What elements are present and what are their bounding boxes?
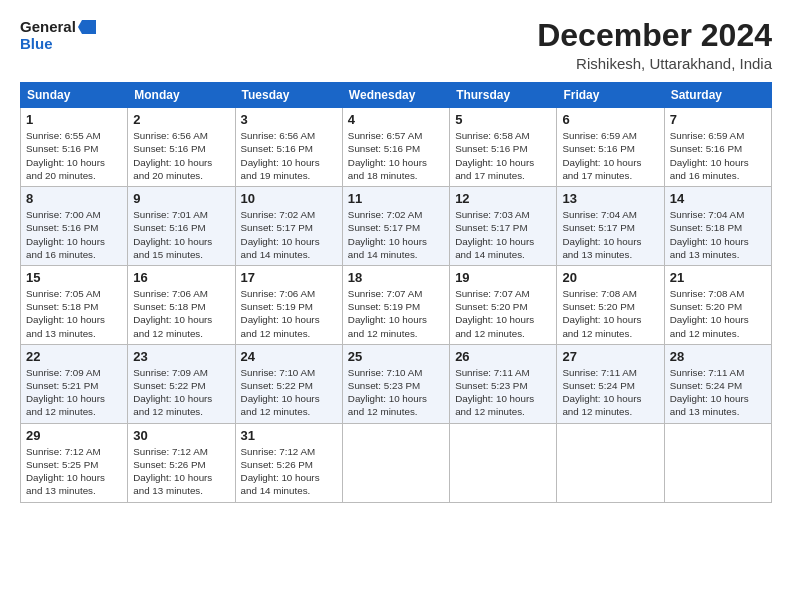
location-title: Rishikesh, Uttarakhand, India <box>537 55 772 72</box>
calendar-cell: 28 Sunrise: 7:11 AMSunset: 5:24 PMDaylig… <box>664 344 771 423</box>
cell-content: Sunrise: 7:08 AMSunset: 5:20 PMDaylight:… <box>670 287 766 340</box>
cell-content: Sunrise: 7:11 AMSunset: 5:24 PMDaylight:… <box>670 366 766 419</box>
cell-content: Sunrise: 7:06 AMSunset: 5:19 PMDaylight:… <box>241 287 337 340</box>
cell-content: Sunrise: 7:07 AMSunset: 5:20 PMDaylight:… <box>455 287 551 340</box>
day-number: 25 <box>348 349 444 364</box>
cell-content: Sunrise: 7:08 AMSunset: 5:20 PMDaylight:… <box>562 287 658 340</box>
calendar-cell: 8 Sunrise: 7:00 AMSunset: 5:16 PMDayligh… <box>21 187 128 266</box>
day-number: 3 <box>241 112 337 127</box>
cell-content: Sunrise: 7:04 AMSunset: 5:17 PMDaylight:… <box>562 208 658 261</box>
day-number: 13 <box>562 191 658 206</box>
logo-blue-text: Blue <box>20 35 53 52</box>
month-title: December 2024 <box>537 18 772 53</box>
calendar-cell <box>664 423 771 502</box>
cell-content: Sunrise: 6:58 AMSunset: 5:16 PMDaylight:… <box>455 129 551 182</box>
logo: General Blue <box>20 18 96 53</box>
header: General Blue December 2024 Rishikesh, Ut… <box>20 18 772 72</box>
calendar-cell: 10 Sunrise: 7:02 AMSunset: 5:17 PMDaylig… <box>235 187 342 266</box>
cell-content: Sunrise: 7:12 AMSunset: 5:25 PMDaylight:… <box>26 445 122 498</box>
day-number: 23 <box>133 349 229 364</box>
calendar-cell <box>557 423 664 502</box>
day-number: 20 <box>562 270 658 285</box>
logo-arrow-icon <box>78 20 96 34</box>
calendar-cell: 25 Sunrise: 7:10 AMSunset: 5:23 PMDaylig… <box>342 344 449 423</box>
weekday-header-tuesday: Tuesday <box>235 83 342 108</box>
day-number: 12 <box>455 191 551 206</box>
title-block: December 2024 Rishikesh, Uttarakhand, In… <box>537 18 772 72</box>
cell-content: Sunrise: 6:57 AMSunset: 5:16 PMDaylight:… <box>348 129 444 182</box>
day-number: 4 <box>348 112 444 127</box>
calendar-cell: 24 Sunrise: 7:10 AMSunset: 5:22 PMDaylig… <box>235 344 342 423</box>
calendar-cell: 4 Sunrise: 6:57 AMSunset: 5:16 PMDayligh… <box>342 108 449 187</box>
cell-content: Sunrise: 7:05 AMSunset: 5:18 PMDaylight:… <box>26 287 122 340</box>
cell-content: Sunrise: 7:12 AMSunset: 5:26 PMDaylight:… <box>133 445 229 498</box>
day-number: 21 <box>670 270 766 285</box>
calendar-cell: 21 Sunrise: 7:08 AMSunset: 5:20 PMDaylig… <box>664 265 771 344</box>
calendar-cell: 20 Sunrise: 7:08 AMSunset: 5:20 PMDaylig… <box>557 265 664 344</box>
cell-content: Sunrise: 6:55 AMSunset: 5:16 PMDaylight:… <box>26 129 122 182</box>
day-number: 10 <box>241 191 337 206</box>
calendar-cell: 23 Sunrise: 7:09 AMSunset: 5:22 PMDaylig… <box>128 344 235 423</box>
weekday-header-sunday: Sunday <box>21 83 128 108</box>
calendar-cell: 14 Sunrise: 7:04 AMSunset: 5:18 PMDaylig… <box>664 187 771 266</box>
calendar-cell: 9 Sunrise: 7:01 AMSunset: 5:16 PMDayligh… <box>128 187 235 266</box>
day-number: 11 <box>348 191 444 206</box>
calendar-cell: 7 Sunrise: 6:59 AMSunset: 5:16 PMDayligh… <box>664 108 771 187</box>
weekday-header-monday: Monday <box>128 83 235 108</box>
calendar-cell: 27 Sunrise: 7:11 AMSunset: 5:24 PMDaylig… <box>557 344 664 423</box>
day-number: 26 <box>455 349 551 364</box>
calendar-cell: 17 Sunrise: 7:06 AMSunset: 5:19 PMDaylig… <box>235 265 342 344</box>
day-number: 14 <box>670 191 766 206</box>
cell-content: Sunrise: 7:07 AMSunset: 5:19 PMDaylight:… <box>348 287 444 340</box>
cell-content: Sunrise: 7:00 AMSunset: 5:16 PMDaylight:… <box>26 208 122 261</box>
calendar-cell: 11 Sunrise: 7:02 AMSunset: 5:17 PMDaylig… <box>342 187 449 266</box>
calendar-table: SundayMondayTuesdayWednesdayThursdayFrid… <box>20 82 772 502</box>
logo-general-text: General <box>20 18 76 35</box>
cell-content: Sunrise: 7:03 AMSunset: 5:17 PMDaylight:… <box>455 208 551 261</box>
calendar-cell: 29 Sunrise: 7:12 AMSunset: 5:25 PMDaylig… <box>21 423 128 502</box>
cell-content: Sunrise: 6:59 AMSunset: 5:16 PMDaylight:… <box>670 129 766 182</box>
calendar-cell: 5 Sunrise: 6:58 AMSunset: 5:16 PMDayligh… <box>450 108 557 187</box>
day-number: 22 <box>26 349 122 364</box>
day-number: 24 <box>241 349 337 364</box>
calendar-cell: 31 Sunrise: 7:12 AMSunset: 5:26 PMDaylig… <box>235 423 342 502</box>
calendar-cell: 16 Sunrise: 7:06 AMSunset: 5:18 PMDaylig… <box>128 265 235 344</box>
calendar-cell: 13 Sunrise: 7:04 AMSunset: 5:17 PMDaylig… <box>557 187 664 266</box>
cell-content: Sunrise: 6:59 AMSunset: 5:16 PMDaylight:… <box>562 129 658 182</box>
cell-content: Sunrise: 7:01 AMSunset: 5:16 PMDaylight:… <box>133 208 229 261</box>
calendar-cell: 2 Sunrise: 6:56 AMSunset: 5:16 PMDayligh… <box>128 108 235 187</box>
cell-content: Sunrise: 7:12 AMSunset: 5:26 PMDaylight:… <box>241 445 337 498</box>
weekday-header-saturday: Saturday <box>664 83 771 108</box>
cell-content: Sunrise: 7:10 AMSunset: 5:23 PMDaylight:… <box>348 366 444 419</box>
calendar-cell <box>342 423 449 502</box>
day-number: 29 <box>26 428 122 443</box>
day-number: 5 <box>455 112 551 127</box>
cell-content: Sunrise: 7:06 AMSunset: 5:18 PMDaylight:… <box>133 287 229 340</box>
day-number: 17 <box>241 270 337 285</box>
day-number: 6 <box>562 112 658 127</box>
cell-content: Sunrise: 7:04 AMSunset: 5:18 PMDaylight:… <box>670 208 766 261</box>
calendar-cell: 26 Sunrise: 7:11 AMSunset: 5:23 PMDaylig… <box>450 344 557 423</box>
day-number: 27 <box>562 349 658 364</box>
calendar-cell: 12 Sunrise: 7:03 AMSunset: 5:17 PMDaylig… <box>450 187 557 266</box>
day-number: 8 <box>26 191 122 206</box>
page: General Blue December 2024 Rishikesh, Ut… <box>0 0 792 612</box>
day-number: 1 <box>26 112 122 127</box>
day-number: 30 <box>133 428 229 443</box>
calendar-cell <box>450 423 557 502</box>
day-number: 19 <box>455 270 551 285</box>
calendar-cell: 22 Sunrise: 7:09 AMSunset: 5:21 PMDaylig… <box>21 344 128 423</box>
day-number: 15 <box>26 270 122 285</box>
day-number: 16 <box>133 270 229 285</box>
weekday-header-wednesday: Wednesday <box>342 83 449 108</box>
weekday-header-friday: Friday <box>557 83 664 108</box>
calendar-cell: 1 Sunrise: 6:55 AMSunset: 5:16 PMDayligh… <box>21 108 128 187</box>
cell-content: Sunrise: 6:56 AMSunset: 5:16 PMDaylight:… <box>241 129 337 182</box>
cell-content: Sunrise: 7:10 AMSunset: 5:22 PMDaylight:… <box>241 366 337 419</box>
cell-content: Sunrise: 7:11 AMSunset: 5:24 PMDaylight:… <box>562 366 658 419</box>
calendar-cell: 15 Sunrise: 7:05 AMSunset: 5:18 PMDaylig… <box>21 265 128 344</box>
day-number: 18 <box>348 270 444 285</box>
day-number: 2 <box>133 112 229 127</box>
cell-content: Sunrise: 7:02 AMSunset: 5:17 PMDaylight:… <box>241 208 337 261</box>
calendar-cell: 30 Sunrise: 7:12 AMSunset: 5:26 PMDaylig… <box>128 423 235 502</box>
